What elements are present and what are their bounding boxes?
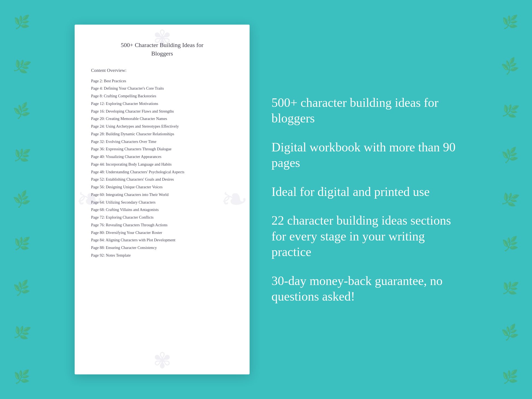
toc-item: Page 56: Designing Unique Character Voic… [91, 184, 233, 190]
toc-item: Page 20: Creating Memorable Character Na… [91, 116, 233, 122]
toc-item: Page 88: Ensuring Character Consistency [91, 245, 233, 251]
deco-side-right-icon: ❧ [221, 183, 248, 216]
toc-item: Page 28: Building Dynamic Character Rela… [91, 131, 233, 137]
toc-item: Page 44: Incorporating Body Language and… [91, 162, 233, 168]
toc-item: Page 72: Exploring Character Conflicts [91, 215, 233, 221]
deco-side-left-icon: ❧ [76, 183, 104, 216]
toc-item: Page 76: Revealing Characters Through Ac… [91, 222, 233, 228]
document-panel: ✾ ❧ ❧ ✾ 500+ Character Building Ideas fo… [75, 25, 250, 374]
feature-item-4: 30-day money-back guarantee, no question… [271, 273, 457, 304]
toc-item: Page 12: Exploring Character Motivations [91, 101, 233, 107]
toc-item: Page 8: Crafting Compelling Backstories [91, 93, 233, 99]
toc-item: Page 32: Evolving Characters Over Time [91, 139, 233, 145]
deco-bottom-icon: ✾ [153, 350, 171, 372]
toc-item: Page 4: Defining Your Character's Core T… [91, 86, 233, 92]
toc-item: Page 92: Notes Template [91, 253, 233, 259]
feature-item-3: 22 character building ideas sections for… [271, 213, 457, 260]
toc-item: Page 16: Developing Character Flaws and … [91, 108, 233, 115]
toc-item: Page 2: Best Practices [91, 78, 233, 84]
content-overview-label: Content Overview: [91, 68, 233, 73]
toc-item: Page 64: Utilizing Secondary Characters [91, 200, 233, 206]
main-container: ✾ ❧ ❧ ✾ 500+ Character Building Ideas fo… [0, 25, 532, 374]
toc-item: Page 36: Expressing Characters Through D… [91, 146, 233, 152]
toc-item: Page 52: Establishing Characters' Goals … [91, 177, 233, 183]
toc-item: Page 68: Crafting Villains and Antagonis… [91, 207, 233, 213]
feature-item-2: Ideal for digital and printed use [271, 184, 457, 200]
toc-item: Page 48: Understanding Characters' Psych… [91, 169, 233, 175]
toc-item: Page 80: Diversifying Your Character Ros… [91, 230, 233, 236]
toc-item: Page 84: Aligning Characters with Plot D… [91, 237, 233, 243]
feature-item-0: 500+ character building ideas for blogge… [271, 95, 457, 126]
features-panel: 500+ character building ideas for blogge… [271, 95, 457, 304]
toc-item: Page 40: Visualizing Character Appearanc… [91, 154, 233, 160]
deco-top-icon: ✾ [153, 27, 171, 49]
toc-list: Page 2: Best PracticesPage 4: Defining Y… [91, 78, 233, 259]
toc-item: Page 60: Integrating Characters into The… [91, 192, 233, 198]
feature-item-1: Digital workbook with more than 90 pages [271, 139, 457, 171]
toc-item: Page 24: Using Archetypes and Stereotype… [91, 124, 233, 130]
